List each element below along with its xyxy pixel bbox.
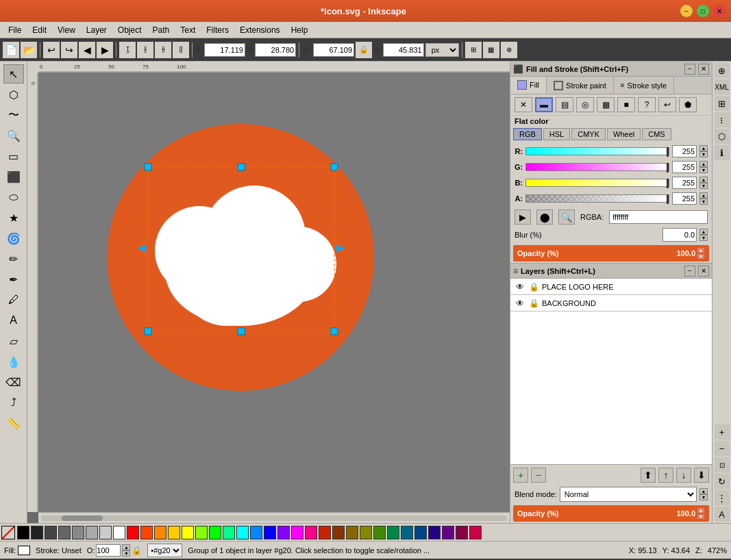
connector-tool[interactable]: ⤴ [3,393,24,412]
node-tool[interactable]: ⬡ [3,85,24,104]
g-spin-down[interactable]: ▼ [699,167,708,173]
wheel-tab[interactable]: Wheel [607,128,641,140]
layer-row-1[interactable]: 👁 🔒 BACKGROUND [510,295,712,311]
no-fill-btn[interactable]: ✕ [515,97,532,112]
palette-color-9[interactable] [140,526,153,539]
select-tool[interactable]: ↖ [3,64,24,84]
palette-color-11[interactable] [168,526,180,539]
palette-color-28[interactable] [401,526,413,539]
a-slider-track[interactable] [525,194,669,203]
b-slider-track[interactable] [525,179,669,187]
palette-color-32[interactable] [456,526,468,539]
g-spin-up[interactable]: ▲ [699,161,708,167]
palette-color-12[interactable] [182,526,194,539]
minimize-button[interactable]: − [680,5,693,17]
palette-color-16[interactable] [236,526,249,539]
linear-grad-btn[interactable]: ▤ [556,97,573,112]
layer-row-0[interactable]: 👁 🔒 PLACE LOGO HERE [510,279,712,295]
horizontal-scrollbar[interactable] [38,512,510,523]
b-input[interactable] [672,177,697,189]
text-tool[interactable]: A [3,311,24,330]
blend-select[interactable]: Normal Multiply Screen Overlay [560,487,697,502]
tab-stroke-paint[interactable]: Stroke paint [547,77,614,94]
fill-stroke-close[interactable]: ✕ [698,64,709,75]
zoom-out-right-btn[interactable]: − [715,441,730,456]
menu-item-object[interactable]: Object [112,24,147,36]
eyedropper-btn[interactable]: 🔍 [558,209,575,225]
pattern-btn[interactable]: ▦ [597,97,615,112]
calligraphy-tool[interactable]: 🖊 [3,290,24,309]
palette-color-29[interactable] [414,526,427,539]
menu-item-file[interactable]: File [3,24,27,36]
forward-icon[interactable]: ▶ [97,42,113,58]
transform-icon[interactable]: ⊞ [465,42,482,58]
opacity-down[interactable]: ▼ [697,253,705,259]
dropper-tool[interactable]: 💧 [3,352,24,371]
fit-btn[interactable]: ⊡ [715,457,730,472]
layer-opacity-down[interactable]: ▼ [697,513,705,520]
blend-down[interactable]: ▼ [699,494,708,500]
status-lock-icon[interactable]: 🔒 [132,546,142,555]
palette-color-15[interactable] [223,526,235,539]
maximize-button[interactable]: □ [697,5,709,17]
transform-panel-btn[interactable]: ⊞ [715,96,730,111]
undo-icon[interactable]: ↩ [43,42,60,58]
layers-close[interactable]: ✕ [698,266,709,277]
menu-item-path[interactable]: Path [147,24,175,36]
snap-icon[interactable]: ⊕ [501,42,517,58]
opacity-up[interactable]: ▲ [697,247,705,253]
palette-color-27[interactable] [387,526,399,539]
ellipse-tool[interactable]: ⬭ [3,188,24,207]
unset-btn[interactable]: ↩ [658,97,676,112]
palette-color-17[interactable] [250,526,262,539]
palette-color-14[interactable] [209,526,221,539]
b-spin-down[interactable]: ▼ [699,183,708,189]
palette-color-6[interactable] [99,526,112,539]
palette-color-18[interactable] [264,526,276,539]
y-input[interactable] [255,43,296,57]
stop-btn[interactable]: ⬤ [536,209,553,225]
grid-icon[interactable]: ▦ [483,42,499,58]
palette-color-20[interactable] [291,526,303,539]
g-slider-track[interactable] [525,163,669,171]
w-input[interactable] [313,43,354,57]
a-spin-up[interactable]: ▲ [699,192,708,199]
text-tool-right-btn[interactable]: A [715,507,730,522]
remove-layer-btn[interactable]: − [531,468,546,483]
a-spin-down[interactable]: ▼ [699,199,708,205]
r-input[interactable] [672,145,697,157]
lock-aspect-icon[interactable]: 🔒 [356,42,372,58]
back-icon[interactable]: ◀ [79,42,95,58]
palette-color-26[interactable] [373,526,386,539]
canvas-area[interactable]: 0 25 50 75 100 0 [27,62,510,523]
blur-up[interactable]: ▲ [699,229,708,235]
more-btn[interactable]: ⋮ [715,490,730,505]
menu-item-view[interactable]: View [52,24,81,36]
blend-up[interactable]: ▲ [699,488,708,494]
symbols-btn[interactable]: ⬡ [715,129,730,144]
canvas-viewport[interactable]: ◀ ▶ [38,73,510,512]
menu-item-extensions[interactable]: Extensions [234,24,286,36]
marker-btn[interactable]: ⬟ [679,97,697,112]
palette-color-24[interactable] [346,526,358,539]
layer-raise-btn[interactable]: ↑ [658,468,673,483]
b-spin-up[interactable]: ▲ [699,177,708,183]
add-layer-btn[interactable]: + [513,468,528,483]
menu-item-edit[interactable]: Edit [27,24,52,36]
open-file-icon[interactable]: 📂 [21,42,37,58]
palette-color-25[interactable] [360,526,372,539]
rotate-right-btn[interactable]: ↻ [715,474,730,489]
g-input[interactable] [672,161,697,173]
canvas-document[interactable]: ◀ ▶ [76,93,405,422]
3d-box-tool[interactable]: ⬛ [3,167,24,186]
redo-icon[interactable]: ↪ [61,42,77,58]
star-tool[interactable]: ★ [3,208,24,227]
align-left-icon[interactable]: ⫱ [119,42,136,58]
menu-item-help[interactable]: Help [286,24,314,36]
layer-0-eye[interactable]: 👁 [515,281,525,292]
unit-selector[interactable]: pxmmin [425,43,459,57]
zoom-in-right-btn[interactable]: + [715,424,730,440]
layer-0-lock[interactable]: 🔒 [528,281,539,292]
layer-lower-btn[interactable]: ↓ [676,468,691,483]
unknown-btn[interactable]: ? [638,97,656,112]
